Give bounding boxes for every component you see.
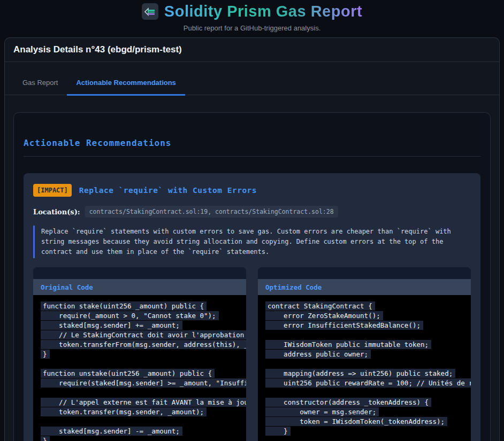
- panel-top-strip: [258, 267, 471, 279]
- code-line: [265, 359, 471, 369]
- optimized-code-block: contract StakingContract { error ZeroSta…: [258, 295, 471, 441]
- code-line: IWisdomToken public immutable token;: [265, 340, 471, 350]
- analysis-title: Analysis Details n°43 (ebgd/prism-test): [13, 44, 491, 55]
- code-line: token.transfer(msg.sender, _amount);: [41, 407, 246, 417]
- code-line: }: [41, 436, 246, 441]
- optimized-code-title: Optimized Code: [265, 283, 322, 291]
- code-line: function unstake(uint256 _amount) public…: [41, 369, 246, 378]
- optimized-code-panel: Optimized Code contract StakingContract …: [258, 267, 471, 441]
- panel-top-strip: [33, 267, 246, 279]
- prism-logo-icon: [142, 3, 158, 20]
- page-title: Solidity Prism Gas Report: [164, 3, 362, 20]
- locations-label: Location(s):: [33, 208, 80, 216]
- recommendation-card: [IMPACT] Replace `require` with Custom E…: [24, 173, 480, 441]
- code-line: uint256 public rewardRate = 100; // Unit…: [265, 378, 471, 388]
- page-subtitle: Public report for a GitHub-triggered ana…: [0, 24, 504, 32]
- analysis-header: Analysis Details n°43 (ebgd/prism-test): [5, 38, 499, 62]
- code-line: [265, 330, 471, 340]
- code-line: [41, 359, 246, 369]
- code-line: mapping(address => uint256) public stake…: [265, 369, 471, 378]
- locations-value: contracts/StakingContract.sol:19, contra…: [85, 206, 338, 218]
- code-line: token.transferFrom(msg.sender, address(t…: [41, 340, 246, 350]
- tab-gas-report[interactable]: Gas Report: [13, 76, 67, 96]
- recommendation-description: Replace `require` statements with custom…: [33, 226, 471, 258]
- code-line: staked[msg.sender] -= _amount;: [41, 427, 246, 436]
- analysis-card: Analysis Details n°43 (ebgd/prism-test) …: [4, 37, 500, 441]
- original-code-panel: Original Code function stake(uint256 _am…: [33, 267, 246, 441]
- code-line: constructor(address _tokenAddress) {: [265, 398, 471, 407]
- code-line: error ZeroStakeAmount();: [265, 311, 471, 321]
- impact-badge: [IMPACT]: [33, 184, 72, 197]
- tab-actionable-recommendations[interactable]: Actionable Recommendations: [67, 76, 185, 96]
- optimized-code-title-bar: Optimized Code: [258, 279, 471, 295]
- recommendation-title: Replace `require` with Custom Errors: [79, 186, 257, 195]
- code-line: error InsufficientStakedBalance();: [265, 321, 471, 330]
- code-line: // Le StakingContract doit avoir l'appro…: [41, 330, 246, 340]
- code-line: [265, 388, 471, 398]
- code-line: }: [265, 427, 471, 436]
- code-line: [41, 417, 246, 427]
- code-line: require(staked[msg.sender] >= _amount, "…: [41, 378, 246, 388]
- section-divider: [24, 156, 480, 157]
- code-line: owner = msg.sender;: [265, 407, 471, 417]
- code-line: token = IWisdomToken(_tokenAddress);: [265, 417, 471, 427]
- code-line: function stake(uint256 _amount) public {: [41, 301, 246, 311]
- prism-icon: [144, 7, 156, 17]
- code-line: // L'appel externe est fait AVANT la mis…: [41, 398, 246, 407]
- section-heading: Actionable Recommendations: [24, 138, 480, 148]
- original-code-title-bar: Original Code: [33, 279, 246, 295]
- code-line: contract StakingContract {: [265, 301, 471, 311]
- code-line: [41, 388, 246, 398]
- original-code-block: function stake(uint256 _amount) public {…: [33, 295, 246, 441]
- recommendations-section: Actionable Recommendations [IMPACT] Repl…: [13, 112, 491, 441]
- tab-bar: Gas Report Actionable Recommendations: [5, 76, 499, 95]
- original-code-title: Original Code: [41, 283, 93, 291]
- code-comparison: Original Code function stake(uint256 _am…: [33, 267, 471, 441]
- page-header: Solidity Prism Gas Report Public report …: [0, 0, 504, 32]
- code-line: [265, 436, 471, 441]
- code-line: }: [41, 350, 246, 359]
- code-line: staked[msg.sender] += _amount;: [41, 321, 246, 330]
- code-line: require(_amount > 0, "Cannot stake 0");: [41, 311, 246, 321]
- code-line: address public owner;: [265, 350, 471, 359]
